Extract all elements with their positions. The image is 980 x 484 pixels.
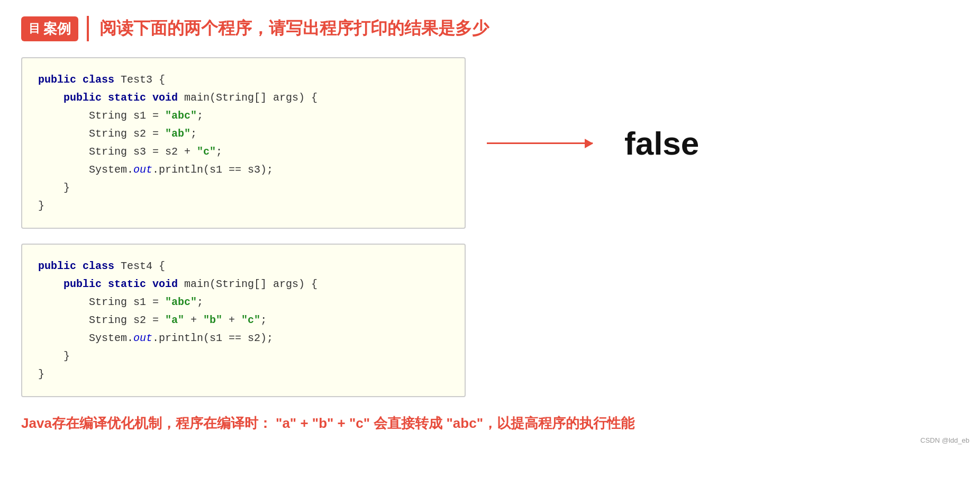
result-1: false bbox=[624, 124, 699, 162]
header-title: 阅读下面的两个程序，请写出程序打印的结果是多少 bbox=[99, 17, 489, 40]
code2-line-5: System.out.println(s1 == s2); bbox=[38, 329, 449, 347]
code-block-2: public class Test4 { public static void … bbox=[21, 244, 466, 397]
code2-line-3: String s1 = "abc"; bbox=[38, 293, 449, 311]
header-separator bbox=[87, 16, 89, 41]
header-row: 目 案例 阅读下面的两个程序，请写出程序打印的结果是多少 bbox=[21, 16, 959, 41]
arrow-line-1 bbox=[487, 142, 593, 144]
code2-line-6: } bbox=[38, 347, 449, 365]
case-badge: 目 案例 bbox=[21, 16, 78, 41]
code2-line-2: public static void main(String[] args) { bbox=[38, 275, 449, 293]
code2-line-7: } bbox=[38, 365, 449, 383]
code-line-1: public class Test3 { bbox=[38, 71, 449, 89]
explanation: Java存在编译优化机制，程序在编译时： "a" + "b" + "c" 会直接… bbox=[21, 413, 959, 434]
code-block-2-wrapper: public class Test4 { public static void … bbox=[21, 244, 959, 397]
code-line-7: } bbox=[38, 179, 449, 197]
code-block-1: public class Test3 { public static void … bbox=[21, 57, 466, 229]
code-line-5: String s3 = s2 + "c"; bbox=[38, 143, 449, 161]
page-container: 目 案例 阅读下面的两个程序，请写出程序打印的结果是多少 public clas… bbox=[0, 0, 980, 450]
code2-line-4: String s2 = "a" + "b" + "c"; bbox=[38, 311, 449, 329]
code2-line-1: public class Test4 { bbox=[38, 257, 449, 275]
arrow-container-1 bbox=[487, 142, 593, 144]
code-line-4: String s2 = "ab"; bbox=[38, 125, 449, 143]
code-block-1-wrapper: public class Test3 { public static void … bbox=[21, 57, 959, 229]
case-label: 案例 bbox=[43, 20, 71, 38]
watermark: CSDN @ldd_eb bbox=[920, 436, 969, 444]
code-line-3: String s1 = "abc"; bbox=[38, 107, 449, 125]
code-line-6: System.out.println(s1 == s3); bbox=[38, 161, 449, 179]
code-line-8: } bbox=[38, 197, 449, 215]
case-icon: 目 bbox=[29, 21, 40, 37]
code-line-2: public static void main(String[] args) { bbox=[38, 89, 449, 107]
